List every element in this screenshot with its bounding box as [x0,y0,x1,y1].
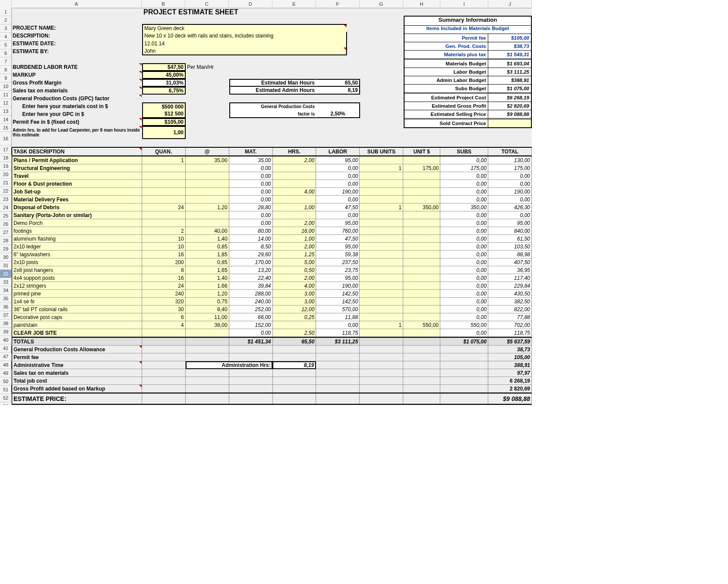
sales-tax-input[interactable]: 6,75% [142,87,186,95]
table-row[interactable]: 6" lags/washers161,8529,601,2559,380,008… [11,251,532,258]
row-num-52[interactable]: 52 [0,394,11,402]
col-H[interactable]: H [403,0,440,8]
col-E[interactable]: E [272,0,316,8]
row-num-27[interactable]: 27 [0,228,11,237]
table-row[interactable]: 1x4 se fir3200,75240,003,00142,500,00382… [11,298,532,306]
row-num-8[interactable]: 8 [0,66,11,74]
est-man-hours-label: Estimated Man Hours [229,79,316,87]
row-num-47[interactable]: 47 [0,353,11,361]
project-name-input[interactable]: Mary Green deck [142,24,347,32]
row-num-50[interactable]: 50 [0,377,11,386]
row-num-29[interactable]: 29 [0,245,11,253]
row-num-14[interactable]: 14 [0,115,11,124]
row-num-10[interactable]: 10 [0,82,11,91]
row-num-4[interactable]: 4 [0,33,11,41]
row-num-3[interactable]: 3 [0,24,11,33]
row-num-35[interactable]: 35 [0,295,11,303]
row-num-16[interactable]: 16 [0,132,11,146]
col-C[interactable]: C [185,0,229,8]
table-row[interactable]: Floor & Dust protection0,000,000,000,00 [11,180,532,188]
table-row[interactable]: paint/stain438,00152,000,001550,00550,00… [11,321,532,329]
row-num-51[interactable]: 51 [0,386,11,394]
table-row[interactable]: Material Delivery Fees0,000,000,000,00 [11,196,532,204]
hdr-unit: UNIT $ [403,148,440,156]
permit-fee-input[interactable]: $105,00 [142,118,186,126]
table-row[interactable]: 4x4 support posts161,4022,402,0095,000,0… [11,274,532,282]
col-A[interactable]: A [12,0,142,8]
table-row[interactable]: Demo Porch0,002,0095,000,0095,00 [11,219,532,227]
row-num-30[interactable]: 30 [0,253,11,261]
row-num-48[interactable]: 48 [0,361,11,369]
table-row[interactable]: aluminum flashing101,4014,001,0047,500,0… [11,235,532,243]
col-B[interactable]: B [142,0,185,8]
row-num-34[interactable]: 34 [0,286,11,295]
row-num-23[interactable]: 23 [0,195,11,204]
row-num-26[interactable]: 26 [0,220,11,228]
row-num-40[interactable]: 40 [0,336,11,344]
row-num-37[interactable]: 37 [0,311,11,319]
row-num-9[interactable]: 9 [0,74,11,82]
enter-mat-label: Enter here your materials cost in $ [11,102,142,110]
row-num-1[interactable]: 1 [0,8,11,16]
table-row[interactable]: Disposal of Debris241,2028,801,0047,5013… [11,204,532,211]
gpc-allowance-label: General Production Costs Allowance [11,346,142,353]
row-num-22[interactable]: 22 [0,187,11,195]
row-num-31[interactable]: 31 [0,261,11,270]
col-D[interactable]: D [229,0,272,8]
table-row[interactable]: Decorative post caps611,0066,000,2511,88… [11,313,532,321]
table-row[interactable]: 2x10 ledger100,858,502,0095,000,00103,50 [11,243,532,251]
sum-soldprice-v[interactable] [488,119,531,127]
row-num-39[interactable]: 39 [0,328,11,336]
row-num-15[interactable]: 15 [0,124,11,132]
table-row[interactable]: Sanitary (Porta-John or similar)0,000,00… [11,211,532,219]
row-num-25[interactable]: 25 [0,212,11,220]
description-input[interactable]: New 10 x 10 deck with rails and stairs, … [142,32,347,40]
table-row[interactable]: Plans / Permit Application135,0035,002,0… [11,156,532,164]
enter-gpc-input[interactable]: $12 500 [142,110,186,118]
table-row[interactable]: Job Set-up0,004,00190,000,00190,00 [11,188,532,196]
table-row[interactable]: 2x8 joist hangers81,6513,200,5023,750,00… [11,266,532,274]
estimate-date-input[interactable]: 12.01.14 [142,40,347,48]
row-num-36[interactable]: 36 [0,303,11,311]
row-num-21[interactable]: 21 [0,179,11,187]
table-row[interactable]: 36" tall PT colonial rails308,40252,0012… [11,306,532,313]
row-num-49[interactable]: 49 [0,369,11,377]
row-num-18[interactable]: 18 [0,154,11,162]
row-num-20[interactable]: 20 [0,170,11,179]
col-J[interactable]: J [488,0,532,8]
row-num-17[interactable]: 17 [0,146,11,154]
estimate-by-input[interactable]: John [142,48,347,55]
row-num-38[interactable]: 38 [0,319,11,328]
row-num-11[interactable]: 11 [0,91,11,99]
sum-permit-l: Permit fee [405,34,488,42]
row-num-32[interactable]: 32 [0,270,11,278]
row-num-41[interactable]: 41 [0,344,11,353]
col-G[interactable]: G [360,0,403,8]
labor-rate-input[interactable]: $47,50 [142,63,186,71]
row-num-7[interactable]: 7 [0,58,11,66]
row-num-5[interactable]: 5 [0,41,11,49]
markup-input[interactable]: 45,00% [142,71,186,79]
col-F[interactable]: F [316,0,360,8]
enter-mat-input[interactable]: $500 000 [142,102,186,110]
table-row[interactable]: primed pine2401,20288,003,00142,500,0043… [11,290,532,298]
row-num-12[interactable]: 12 [0,99,11,107]
table-row[interactable]: CLEAR JOB SITE0,002,50118,750,00118,75 [11,329,532,337]
row-num-19[interactable]: 19 [0,162,11,170]
row-num-13[interactable]: 13 [0,107,11,115]
row-num-6[interactable]: 6 [0,49,11,58]
row-num-2[interactable]: 2 [0,16,11,24]
admin-hrs-input[interactable]: 1,00 [142,126,186,139]
est-man-hours-value: 65,50 [316,79,360,87]
hdr-hrs: HRS. [273,148,316,156]
row-num-24[interactable]: 24 [0,204,11,212]
row-num-33[interactable]: 33 [0,278,11,286]
table-row[interactable]: Structural Engineering0,000,001175,00175… [11,164,532,172]
row-num-28[interactable]: 28 [0,237,11,245]
table-row[interactable]: footings240,0080,0016,00760,000,00840,00 [11,227,532,235]
table-row[interactable]: 2x12 stringers241,6639,844,00190,000,002… [11,282,532,290]
col-I[interactable]: I [440,0,488,8]
table-row[interactable]: Travel0,000,000,000,00 [11,172,532,180]
table-row[interactable]: 2x10 joists2000,85170,005,00237,500,0040… [11,258,532,266]
row-num-53[interactable]: 53 [0,402,11,405]
